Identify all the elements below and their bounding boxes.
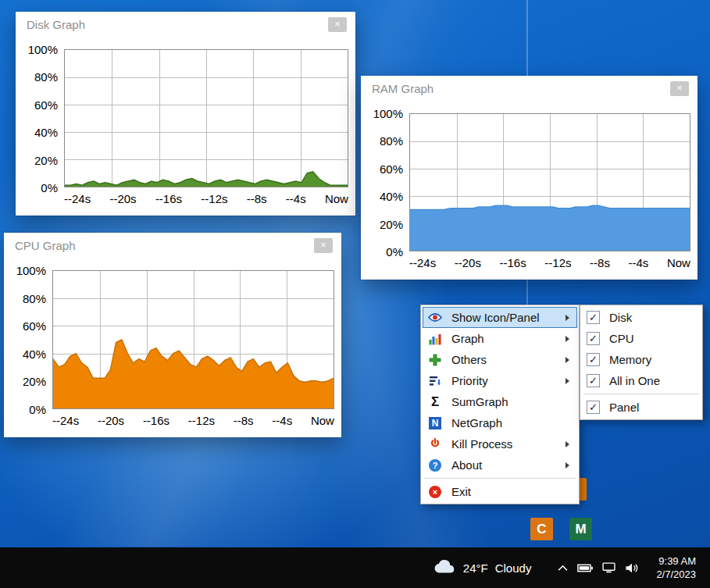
y-tick-label: 100%: [373, 107, 403, 120]
menu-item-priority[interactable]: Priority: [423, 370, 577, 391]
y-axis-labels: 100%80%60%40%20%0%: [4, 270, 52, 409]
submenu-arrow-icon: [566, 315, 569, 321]
submenu-item-label: Memory: [609, 353, 651, 366]
submenu-item-disk[interactable]: ✓ Disk: [582, 307, 701, 328]
bar-chart-icon: [425, 333, 445, 345]
submenu-item-label: Panel: [609, 401, 639, 414]
submenu-arrow-icon: [566, 462, 569, 469]
chart-area: 100%80%60%40%20%0% --24s--20s--16s--12s-…: [4, 258, 341, 437]
desktop-icon-m[interactable]: M: [569, 518, 592, 540]
submenu-item-label: All in One: [609, 374, 660, 387]
x-tick-label: --16s: [500, 256, 526, 272]
submenu-item-cpu[interactable]: ✓ CPU: [582, 328, 701, 349]
x-tick-label: --12s: [188, 414, 215, 429]
menu-item-label: Others: [451, 353, 487, 366]
exit-icon: ×: [425, 486, 445, 498]
window-title: RAM Graph: [372, 82, 433, 95]
battery-icon[interactable]: [577, 547, 593, 588]
plot-area: [64, 49, 348, 187]
show-icon-panel-submenu: ✓ Disk ✓ CPU ✓ Memory ✓ All in One ✓ Pan…: [580, 305, 703, 420]
netgraph-icon: N: [425, 417, 445, 429]
taskbar-weather-widget[interactable]: 24°F Cloudy: [428, 547, 537, 588]
x-tick-label: --24s: [409, 256, 436, 272]
taskbar: 24°F Cloudy 9:39 AM 2/7/2023: [0, 547, 710, 588]
submenu-item-label: CPU: [609, 332, 634, 345]
desktop-icon-c[interactable]: C: [530, 518, 553, 540]
checkmark-icon: ✓: [587, 311, 600, 324]
y-tick-label: 80%: [23, 291, 46, 305]
checkmark-icon: ✓: [587, 332, 600, 345]
menu-item-graph[interactable]: Graph: [423, 328, 577, 349]
taskbar-clock[interactable]: 9:39 AM 2/7/2023: [653, 547, 699, 588]
x-axis-labels: --24s--20s--16s--12s--8s--4sNow: [409, 251, 690, 272]
desktop-icon-label: M: [575, 522, 586, 537]
x-tick-label: --8s: [590, 256, 610, 272]
y-tick-label: 20%: [34, 153, 58, 166]
x-tick-label: Now: [667, 256, 690, 272]
y-tick-label: 40%: [380, 190, 403, 203]
close-icon[interactable]: ×: [670, 81, 689, 96]
x-axis-labels: --24s--20s--16s--12s--8s--4sNow: [64, 187, 348, 208]
volume-icon[interactable]: [625, 547, 639, 588]
y-tick-label: 40%: [23, 347, 46, 360]
disk-window-titlebar[interactable]: Disk Graph ×: [16, 12, 355, 37]
menu-item-about[interactable]: ? About: [423, 454, 577, 476]
disk-usage-area: [65, 50, 348, 187]
question-icon: ?: [425, 459, 445, 472]
tray-chevron-up-icon[interactable]: [558, 547, 568, 588]
x-tick-label: --24s: [52, 414, 79, 429]
x-tick-label: --24s: [64, 192, 91, 208]
menu-item-label: Show Icon/Panel: [451, 311, 540, 324]
menu-item-sumgraph[interactable]: Σ SumGraph: [423, 391, 577, 412]
x-tick-label: --20s: [455, 256, 481, 272]
menu-item-label: Exit: [451, 485, 471, 498]
y-tick-label: 60%: [380, 162, 403, 175]
cpu-usage-area: [53, 271, 334, 408]
menu-separator: [424, 478, 576, 479]
menu-item-others[interactable]: Others: [423, 349, 577, 370]
clock-date: 2/7/2023: [656, 568, 696, 581]
submenu-item-panel[interactable]: ✓ Panel: [582, 397, 701, 418]
y-tick-label: 80%: [34, 70, 58, 84]
priority-list-icon: [425, 375, 445, 387]
y-tick-label: 20%: [380, 217, 403, 230]
ram-usage-area: [410, 114, 690, 251]
menu-item-kill-process[interactable]: Kill Process: [423, 433, 577, 454]
chart-area: 100%80%60%40%20%0% --24s--20s--16s--12s-…: [16, 37, 355, 216]
checkmark-icon: ✓: [587, 353, 600, 366]
plot-area: [52, 270, 334, 409]
menu-item-netgraph[interactable]: N NetGraph: [423, 412, 577, 433]
menu-item-label: SumGraph: [451, 395, 508, 408]
cpu-window-titlebar[interactable]: CPU Graph ×: [4, 233, 341, 258]
window-title: Disk Graph: [27, 18, 85, 31]
weather-condition: Cloudy: [495, 561, 532, 575]
weather-temp: 24°F: [463, 561, 488, 575]
menu-item-show-icon-panel[interactable]: Show Icon/Panel: [423, 307, 577, 328]
power-icon: [425, 438, 445, 451]
close-icon[interactable]: ×: [328, 17, 347, 32]
submenu-arrow-icon: [566, 378, 569, 384]
x-tick-label: --8s: [234, 414, 254, 429]
ram-window-titlebar[interactable]: RAM Graph ×: [361, 76, 698, 102]
clock-time: 9:39 AM: [658, 554, 696, 568]
submenu-item-label: Disk: [609, 311, 632, 324]
x-axis-labels: --24s--20s--16s--12s--8s--4sNow: [52, 409, 334, 429]
close-icon[interactable]: ×: [314, 238, 333, 253]
y-tick-label: 60%: [23, 319, 46, 333]
y-tick-label: 80%: [380, 134, 403, 148]
disk-graph-window: Disk Graph × 100%80%60%40%20%0% --24s--2…: [16, 12, 355, 216]
submenu-item-memory[interactable]: ✓ Memory: [582, 349, 701, 370]
sigma-icon: Σ: [425, 396, 445, 408]
plot-area: [409, 113, 690, 251]
x-tick-label: Now: [325, 192, 348, 208]
plus-icon: [425, 354, 445, 366]
x-tick-label: --4s: [272, 414, 292, 429]
y-tick-label: 0%: [386, 245, 403, 258]
chart-area: 100%80%60%40%20%0% --24s--20s--16s--12s-…: [361, 102, 698, 280]
menu-item-label: NetGraph: [451, 416, 502, 429]
submenu-item-all-in-one[interactable]: ✓ All in One: [582, 370, 701, 391]
menu-item-exit[interactable]: × Exit: [423, 481, 577, 502]
network-icon[interactable]: [602, 547, 615, 588]
y-tick-label: 100%: [28, 43, 58, 56]
checkmark-icon: ✓: [587, 401, 600, 414]
